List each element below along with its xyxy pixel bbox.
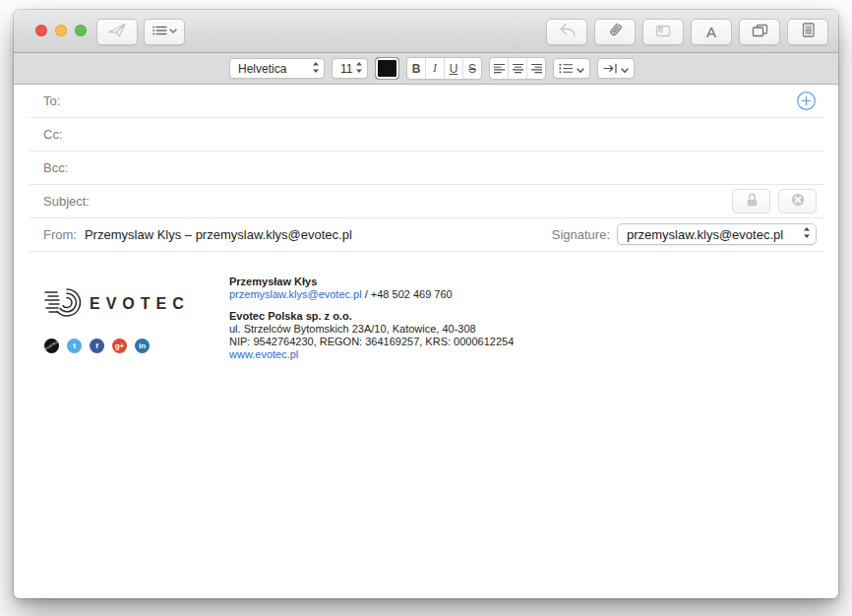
signature-name: Przemysław Kłys (229, 276, 514, 288)
twitter-icon[interactable]: t (67, 339, 82, 353)
paper-plane-icon (107, 22, 127, 42)
evotec-logo-text: EVOTEC (90, 295, 190, 312)
chevron-down-icon (577, 60, 584, 78)
indent-dropdown[interactable] (597, 58, 635, 79)
minimize-button[interactable] (55, 25, 67, 36)
reply-arrow-icon (558, 22, 577, 42)
fonts-button[interactable]: A (691, 19, 732, 45)
bullet-list-icon (559, 60, 574, 78)
cc-input[interactable] (71, 118, 825, 151)
font-family-select[interactable]: Helvetica (229, 58, 325, 79)
title-bar: A (14, 10, 838, 53)
sign-button[interactable] (778, 189, 817, 214)
evotec-badge-icon[interactable]: EVOTEC (44, 339, 59, 353)
text-color-well[interactable] (375, 57, 399, 80)
signature-text-block: Przemysław Kłys przemyslaw.klys@evotec.p… (229, 276, 514, 361)
toolbar-right-group: A (546, 19, 828, 45)
photo-browser-button[interactable] (739, 19, 780, 45)
subject-input[interactable] (97, 185, 824, 217)
traffic-lights (35, 25, 87, 36)
font-size-value: 11 (340, 62, 352, 76)
signature-contact-line: przemyslaw.klys@evotec.pl / +48 502 469 … (229, 288, 514, 301)
align-center-button[interactable] (509, 58, 527, 79)
zoom-button[interactable] (75, 25, 87, 36)
align-center-icon (512, 63, 524, 74)
facebook-icon[interactable]: f (90, 339, 104, 353)
list-style-dropdown[interactable] (553, 58, 590, 79)
signature-website-link[interactable]: www.evotec.pl (229, 348, 514, 361)
font-family-value: Helvetica (238, 62, 286, 76)
signature-company: Evotec Polska sp. z o.o. (229, 310, 514, 323)
signature-phone: / +48 502 469 760 (362, 288, 453, 300)
compose-window: A (14, 10, 838, 598)
paperclip-icon (606, 21, 625, 43)
align-right-icon (530, 63, 543, 74)
signature-address: ul. Strzelców Bytomskich 23A/10, Katowic… (229, 323, 514, 336)
photo-browser-icon (751, 23, 769, 42)
indent-icon (603, 60, 618, 78)
letter-a-icon: A (706, 24, 716, 40)
signature-registry: NIP: 9542764230, REGON: 364169257, KRS: … (229, 336, 514, 348)
security-buttons (732, 189, 817, 214)
bcc-input[interactable] (76, 152, 824, 184)
linkedin-icon[interactable]: in (135, 339, 150, 353)
bcc-row: Bcc: (30, 152, 824, 185)
cc-label: Cc: (30, 127, 63, 142)
chevron-down-icon (621, 60, 629, 78)
signature-value: przemyslaw.klys@evotec.pl (627, 227, 783, 242)
strikethrough-button[interactable]: S (463, 58, 481, 79)
plus-circle-icon (796, 91, 817, 111)
to-label: To: (30, 93, 60, 108)
underline-button[interactable]: U (445, 58, 463, 79)
align-left-icon (493, 63, 506, 74)
format-bar: Helvetica 11 B I U S (14, 53, 838, 85)
seal-icon (789, 191, 807, 212)
message-actions-button[interactable] (144, 19, 185, 45)
social-icons: EVOTEC t f g+ in (44, 339, 150, 353)
stationery-button[interactable] (642, 19, 684, 45)
encrypt-button[interactable] (732, 189, 770, 214)
chevron-up-down-icon (803, 226, 811, 242)
evotec-logo: EVOTEC (43, 285, 196, 325)
chevron-up-down-icon (355, 61, 363, 77)
from-row: From: Przemyslaw Klys – przemyslaw.klys@… (30, 218, 824, 252)
subject-row: Subject: (30, 185, 824, 218)
align-right-button[interactable] (527, 58, 545, 79)
subject-label: Subject: (30, 194, 90, 209)
add-recipient-button[interactable] (796, 91, 817, 111)
text-style-group: B I U S (406, 57, 482, 80)
signature-select[interactable]: przemyslaw.klys@evotec.pl (617, 223, 817, 245)
bullet-list-chevron-icon (152, 23, 177, 42)
attach-button[interactable] (594, 19, 636, 45)
to-input[interactable] (68, 85, 824, 117)
italic-button[interactable]: I (426, 58, 445, 79)
document-lines-icon (800, 22, 817, 42)
signature-label: Signature: (552, 227, 610, 242)
format-pane-button[interactable] (787, 19, 828, 45)
from-label: From: (30, 227, 77, 242)
align-left-button[interactable] (490, 58, 509, 79)
stationery-icon (653, 23, 673, 42)
from-account-value[interactable]: Przemyslaw Klys – przemyslaw.klys@evotec… (85, 227, 352, 242)
bold-button[interactable]: B (407, 58, 426, 79)
reply-button[interactable] (546, 19, 587, 45)
cc-row: Cc: (30, 118, 824, 152)
signature-chooser: Signature: przemyslaw.klys@evotec.pl (552, 223, 817, 245)
google-plus-icon[interactable]: g+ (112, 339, 127, 353)
lock-icon (743, 191, 761, 212)
chevron-up-down-icon (312, 61, 320, 77)
to-row: To: (30, 85, 824, 118)
close-button[interactable] (35, 25, 47, 36)
bcc-label: Bcc: (30, 160, 68, 175)
send-button[interactable] (96, 19, 138, 45)
signature-email-link[interactable]: przemyslaw.klys@evotec.pl (229, 288, 362, 300)
message-body[interactable]: EVOTEC EVOTEC t f g+ in Przemysław Kłys … (14, 252, 838, 598)
font-size-select[interactable]: 11 (332, 58, 368, 79)
alignment-group (489, 57, 546, 80)
